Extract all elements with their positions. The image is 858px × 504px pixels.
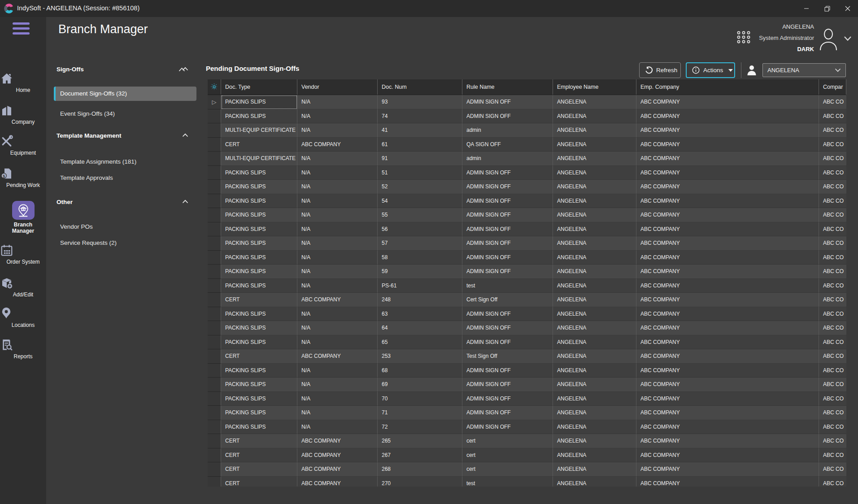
table-cell[interactable]: ABC CO (819, 222, 846, 237)
actions-button[interactable]: Actions (686, 62, 735, 78)
column-header-employee-name[interactable]: Employee Name (553, 79, 636, 95)
table-cell[interactable]: ANGELENA (553, 293, 636, 307)
table-cell[interactable]: CERT (221, 448, 297, 463)
nav-item-service-requests[interactable]: Service Requests (2) (54, 236, 196, 250)
table-cell[interactable]: ADMIN SIGN OFF (462, 166, 553, 180)
table-cell[interactable]: N/A (297, 321, 378, 335)
table-cell[interactable]: QA SIGN OFF (462, 138, 553, 152)
table-cell[interactable]: PACKING SLIPS (221, 307, 297, 322)
table-cell[interactable]: 93 (378, 95, 462, 109)
table-cell[interactable]: ANGELENA (553, 123, 636, 138)
table-cell[interactable]: CERT (221, 138, 297, 152)
table-cell[interactable]: ABC COMPANY (636, 321, 819, 335)
table-cell[interactable]: N/A (297, 378, 378, 392)
row-indicator-cell[interactable] (208, 420, 221, 434)
table-cell[interactable]: PACKING SLIPS (221, 378, 297, 392)
table-row[interactable]: PACKING SLIPSN/A63ADMIN SIGN OFFANGELENA… (208, 307, 846, 322)
table-cell[interactable]: ANGELENA (553, 364, 636, 378)
row-indicator-cell[interactable]: ▷ (208, 95, 221, 109)
row-indicator-cell[interactable] (208, 378, 221, 392)
table-cell[interactable]: ABC CO (819, 251, 846, 265)
table-cell[interactable]: 55 (378, 208, 462, 222)
nav-section-template-management[interactable]: Template Management (57, 132, 196, 139)
row-indicator-cell[interactable] (208, 462, 221, 477)
table-cell[interactable]: CERT (221, 349, 297, 364)
sidebar-item-add-edit[interactable]: Add/Edit (0, 276, 46, 298)
table-cell[interactable]: ABC CO (819, 194, 846, 209)
table-cell[interactable]: ABC COMPANY (297, 434, 378, 448)
table-cell[interactable]: ADMIN SIGN OFF (462, 265, 553, 279)
table-row[interactable]: PACKING SLIPSN/A65ADMIN SIGN OFFANGELENA… (208, 335, 846, 350)
apps-grid-icon[interactable] (736, 30, 751, 45)
table-cell[interactable]: N/A (297, 307, 378, 322)
table-cell[interactable]: ANGELENA (553, 349, 636, 364)
row-indicator-cell[interactable] (208, 364, 221, 378)
table-cell[interactable]: ANGELENA (553, 194, 636, 209)
table-cell[interactable]: ADMIN SIGN OFF (462, 95, 553, 109)
table-cell[interactable]: CERT (221, 434, 297, 448)
table-cell[interactable]: ANGELENA (553, 180, 636, 194)
table-cell[interactable]: N/A (297, 95, 378, 109)
table-cell[interactable]: ABC COMPANY (636, 208, 819, 222)
table-row[interactable]: MULTI-EQUIP CERTIFICATEN/A41adminANGELEN… (208, 123, 846, 138)
row-indicator-cell[interactable] (208, 279, 221, 293)
table-cell[interactable]: ANGELENA (553, 420, 636, 434)
table-cell[interactable]: N/A (297, 335, 378, 350)
row-indicator-cell[interactable] (208, 251, 221, 265)
table-cell[interactable]: ANGELENA (553, 448, 636, 463)
user-menu-chevron-down-icon[interactable] (844, 36, 852, 41)
nav-section-other[interactable]: Other (57, 199, 196, 205)
table-cell[interactable]: ADMIN SIGN OFF (462, 109, 553, 124)
table-cell[interactable]: test (462, 477, 553, 487)
table-cell[interactable]: PACKING SLIPS (221, 166, 297, 180)
table-cell[interactable]: admin (462, 123, 553, 138)
table-cell[interactable]: ABC COMPANY (636, 307, 819, 322)
row-indicator-cell[interactable] (208, 265, 221, 279)
nav-item-vendor-pos[interactable]: Vendor POs (54, 220, 196, 234)
table-cell[interactable]: 69 (378, 378, 462, 392)
table-cell[interactable]: Test Sign Off (462, 349, 553, 364)
table-row[interactable]: PACKING SLIPSN/A57ADMIN SIGN OFFANGELENA… (208, 236, 846, 251)
table-cell[interactable]: N/A (297, 109, 378, 124)
nav-item-template-approvals[interactable]: Template Approvals (54, 171, 196, 185)
table-cell[interactable]: ADMIN SIGN OFF (462, 307, 553, 322)
table-cell[interactable]: ABC CO (819, 279, 846, 293)
sidebar-item-company[interactable]: Company (0, 104, 46, 125)
table-cell[interactable]: PACKING SLIPS (221, 406, 297, 420)
table-cell[interactable]: 56 (378, 222, 462, 237)
table-cell[interactable]: ABC CO (819, 307, 846, 322)
table-cell[interactable]: ABC COMPANY (636, 123, 819, 138)
table-cell[interactable]: ABC COMPANY (297, 138, 378, 152)
table-row[interactable]: PACKING SLIPSN/A59ADMIN SIGN OFFANGELENA… (208, 265, 846, 279)
table-cell[interactable]: ABC COMPANY (636, 166, 819, 180)
table-cell[interactable]: ADMIN SIGN OFF (462, 251, 553, 265)
table-cell[interactable]: MULTI-EQUIP CERTIFICATE (221, 152, 297, 166)
table-cell[interactable]: PACKING SLIPS (221, 265, 297, 279)
table-cell[interactable]: PACKING SLIPS (221, 420, 297, 434)
column-header-doc-type[interactable]: Doc. Type (221, 79, 297, 95)
sidebar-item-home[interactable]: Home (0, 72, 46, 93)
table-cell[interactable]: 70 (378, 392, 462, 406)
row-indicator-cell[interactable] (208, 222, 221, 237)
avatar-icon[interactable] (817, 27, 840, 50)
table-row[interactable]: CERTABC COMPANY267certANGELENAABC COMPAN… (208, 448, 846, 463)
table-cell[interactable]: N/A (297, 180, 378, 194)
nav-item-event-sign-offs[interactable]: Event Sign-Offs (34) (54, 107, 196, 121)
table-cell[interactable]: 58 (378, 251, 462, 265)
table-row[interactable]: MULTI-EQUIP CERTIFICATEN/A91adminANGELEN… (208, 152, 846, 166)
table-cell[interactable]: ABC COMPANY (636, 349, 819, 364)
row-indicator-cell[interactable] (208, 392, 221, 406)
refresh-button[interactable]: Refresh (639, 62, 681, 78)
table-cell[interactable]: ANGELENA (553, 222, 636, 237)
table-cell[interactable]: N/A (297, 279, 378, 293)
table-cell[interactable]: ABC COMPANY (297, 293, 378, 307)
table-row[interactable]: PACKING SLIPSN/A74ADMIN SIGN OFFANGELENA… (208, 109, 846, 124)
sidebar-item-equipment[interactable]: Equipment (0, 135, 46, 156)
table-cell[interactable]: ABC COMPANY (297, 477, 378, 487)
table-cell[interactable]: N/A (297, 265, 378, 279)
table-cell[interactable]: 51 (378, 166, 462, 180)
table-cell[interactable]: ANGELENA (553, 321, 636, 335)
table-cell[interactable]: ABC CO (819, 462, 846, 477)
row-indicator-cell[interactable] (208, 109, 221, 124)
table-cell[interactable]: ABC COMPANY (636, 265, 819, 279)
